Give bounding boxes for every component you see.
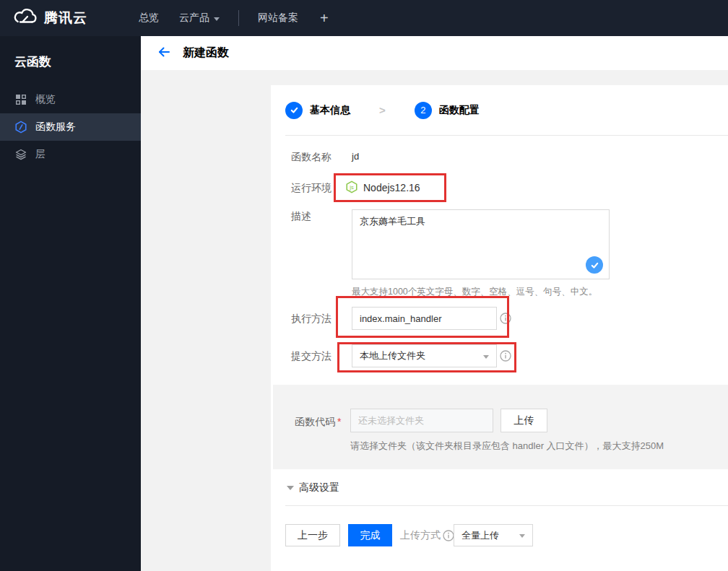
steps-row: 基本信息 > 2 函数配置 bbox=[285, 85, 728, 136]
description-label: 描述 bbox=[291, 209, 311, 223]
folder-path-input[interactable] bbox=[350, 409, 493, 432]
handler-label: 执行方法 bbox=[291, 311, 332, 326]
chevron-down-icon bbox=[214, 17, 220, 21]
runtime-value: Nodejs12.16 bbox=[363, 182, 420, 193]
required-asterisk: * bbox=[337, 416, 341, 427]
runtime-label: 运行环境 bbox=[291, 180, 332, 195]
content-area: 基本信息 > 2 函数配置 函数名称 jd 运行环境 js Nodejs12.1… bbox=[141, 70, 728, 571]
advanced-settings-label: 高级设置 bbox=[299, 481, 339, 494]
handler-input[interactable] bbox=[352, 307, 497, 330]
upload-mode-value: 全量上传 bbox=[462, 529, 499, 542]
divider bbox=[285, 505, 728, 506]
chevron-down-icon bbox=[519, 534, 525, 538]
page-title: 新建函数 bbox=[183, 45, 229, 61]
submit-method-select[interactable]: 本地上传文件夹 bbox=[352, 344, 497, 367]
submit-method-label: 提交方法 bbox=[291, 349, 332, 363]
info-icon[interactable] bbox=[500, 350, 511, 362]
description-value: 京东薅羊毛工具 bbox=[360, 215, 425, 228]
sidebar-item-function-service[interactable]: 函数服务 bbox=[0, 113, 141, 141]
info-icon[interactable] bbox=[443, 530, 454, 541]
valid-check-icon bbox=[586, 256, 603, 274]
description-hint: 最大支持1000个英文字母、数字、空格、逗号、句号、中文。 bbox=[352, 286, 597, 298]
sidebar-item-label: 层 bbox=[35, 148, 46, 161]
upload-button[interactable]: 上传 bbox=[500, 409, 547, 432]
topbar-divider bbox=[238, 10, 239, 26]
previous-step-button[interactable]: 上一步 bbox=[285, 524, 340, 546]
finish-button[interactable]: 完成 bbox=[348, 524, 392, 546]
function-code-hint: 请选择文件夹（该文件夹根目录应包含 handler 入口文件），最大支持250M bbox=[350, 440, 664, 453]
nav-overview[interactable]: 总览 bbox=[129, 0, 169, 36]
step-basic-info: 基本信息 bbox=[285, 102, 350, 119]
description-textarea[interactable]: 京东薅羊毛工具 bbox=[352, 209, 610, 279]
arrow-left-icon bbox=[157, 45, 171, 62]
triangle-down-icon bbox=[287, 486, 294, 490]
function-code-section: 函数代码* 上传 请选择文件夹（该文件夹根目录应包含 handler 入口文件）… bbox=[273, 385, 728, 469]
upload-mode-label: 上传方式 bbox=[400, 529, 441, 542]
sidebar-title: 云函数 bbox=[0, 36, 141, 86]
page-header: 新建函数 bbox=[141, 36, 728, 70]
runtime-value-row: js Nodejs12.16 bbox=[345, 179, 420, 196]
layers-icon bbox=[14, 148, 27, 161]
topbar-nav: 总览 云产品 网站备案 + bbox=[129, 0, 340, 36]
step-label: 基本信息 bbox=[310, 104, 350, 117]
function-hexagon-icon bbox=[14, 121, 27, 134]
info-icon[interactable] bbox=[500, 313, 511, 324]
function-name-value: jd bbox=[352, 149, 359, 164]
function-code-label: 函数代码* bbox=[295, 416, 341, 429]
advanced-settings-toggle[interactable]: 高级设置 bbox=[287, 481, 339, 494]
brand-name: 腾讯云 bbox=[44, 9, 87, 27]
back-button[interactable] bbox=[155, 45, 173, 62]
upload-mode-select[interactable]: 全量上传 bbox=[454, 524, 533, 546]
submit-method-value: 本地上传文件夹 bbox=[360, 349, 425, 362]
chevron-down-icon bbox=[483, 355, 489, 359]
sidebar: 云函数 概览 函数服务 层 bbox=[0, 36, 141, 571]
step-chevron-icon: > bbox=[379, 104, 386, 116]
sidebar-item-label: 概览 bbox=[35, 93, 56, 106]
step-number: 2 bbox=[415, 102, 432, 119]
step-label: 函数配置 bbox=[439, 104, 480, 117]
upload-mode-row: 上传方式 bbox=[400, 524, 454, 546]
create-function-card: 基本信息 > 2 函数配置 函数名称 jd 运行环境 js Nodejs12.1… bbox=[271, 85, 728, 571]
nodejs-icon: js bbox=[345, 180, 358, 196]
function-name-label: 函数名称 bbox=[291, 149, 332, 164]
step-done-check-icon bbox=[285, 102, 303, 119]
add-tab-button[interactable]: + bbox=[308, 10, 340, 27]
topbar: 腾讯云 总览 云产品 网站备案 + bbox=[0, 0, 728, 36]
sidebar-item-label: 函数服务 bbox=[35, 121, 76, 134]
step-function-config: 2 函数配置 bbox=[415, 102, 480, 119]
grid-icon bbox=[14, 93, 27, 106]
nav-products[interactable]: 云产品 bbox=[169, 0, 230, 36]
nav-beian[interactable]: 网站备案 bbox=[248, 0, 308, 36]
sidebar-item-layers[interactable]: 层 bbox=[0, 141, 141, 168]
svg-text:js: js bbox=[349, 184, 354, 191]
cloud-logo-icon bbox=[13, 8, 38, 28]
sidebar-item-overview[interactable]: 概览 bbox=[0, 86, 141, 113]
tencent-cloud-logo[interactable]: 腾讯云 bbox=[0, 8, 129, 28]
